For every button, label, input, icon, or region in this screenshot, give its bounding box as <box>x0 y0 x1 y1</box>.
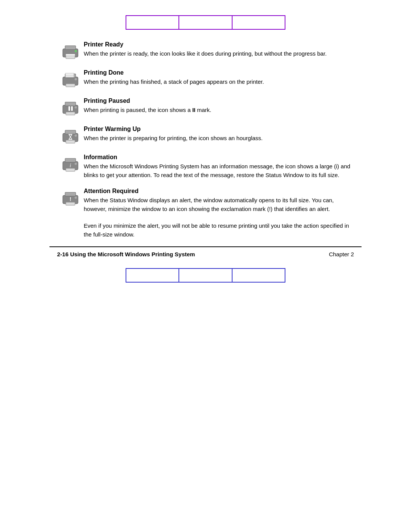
printer-paused-icon <box>57 97 84 117</box>
printer-info-icon: i <box>57 154 84 174</box>
nav-bottom-btn-3[interactable] <box>233 269 285 282</box>
printer-ready-text: Printer Ready When the printer is ready,… <box>84 41 354 58</box>
entry-attention-required: ! Attention Required When the Status Win… <box>57 188 354 213</box>
page-container: Printer Ready When the printer is ready,… <box>0 15 411 532</box>
svg-rect-11 <box>66 84 75 87</box>
printer-ready-icon <box>57 41 84 61</box>
nav-top-btn-2[interactable] <box>179 16 232 29</box>
svg-rect-1 <box>65 46 76 50</box>
svg-text:!: ! <box>70 196 72 202</box>
svg-point-12 <box>75 78 77 80</box>
svg-rect-14 <box>65 102 76 106</box>
entry-printer-ready: Printer Ready When the printer is ready,… <box>57 41 354 61</box>
printer-warming-icon <box>57 126 84 145</box>
svg-rect-16 <box>68 106 70 111</box>
nav-top-btn-3[interactable] <box>233 16 285 29</box>
svg-rect-33 <box>66 202 75 205</box>
svg-rect-32 <box>65 192 76 196</box>
printing-paused-body: When printing is paused, the icon shows … <box>84 106 354 115</box>
printing-paused-title: Printing Paused <box>84 97 354 104</box>
entry-printing-done: Printing Done When the printing has fini… <box>57 69 354 89</box>
svg-text:i: i <box>70 163 71 168</box>
entry-printing-paused: Printing Paused When printing is paused,… <box>57 97 354 117</box>
svg-rect-17 <box>71 106 73 111</box>
content-area: Printer Ready When the printer is ready,… <box>49 41 362 239</box>
information-title: Information <box>84 154 354 161</box>
svg-rect-27 <box>65 158 76 162</box>
printer-warming-title: Printer Warming Up <box>84 126 354 133</box>
svg-rect-10 <box>65 73 74 76</box>
printing-paused-text: Printing Paused When printing is paused,… <box>84 97 354 115</box>
printer-done-icon <box>57 69 84 89</box>
attention-required-text: Attention Required When the Status Windo… <box>84 188 354 213</box>
svg-rect-21 <box>66 140 75 143</box>
printer-warming-text: Printer Warming Up When the printer is p… <box>84 126 354 143</box>
nav-bottom-btn-1[interactable] <box>126 269 179 282</box>
nav-bar-bottom <box>126 268 285 283</box>
svg-point-18 <box>75 106 77 109</box>
svg-rect-20 <box>65 130 76 134</box>
svg-rect-4 <box>66 54 75 55</box>
attention-required-title: Attention Required <box>84 188 354 195</box>
entry-printer-warming: Printer Warming Up When the printer is p… <box>57 126 354 145</box>
footer-left-text: 2-16 Using the Microsoft Windows Printin… <box>57 251 195 257</box>
svg-rect-28 <box>66 168 75 171</box>
information-text: Information When the Microsoft Windows P… <box>84 154 354 179</box>
svg-point-30 <box>75 163 77 165</box>
nav-bar-top <box>126 15 285 30</box>
printing-done-body: When the printing has finished, a stack … <box>84 78 354 86</box>
attention-required-body: When the Status Window displays an alert… <box>84 196 354 213</box>
footer-right-text: Chapter 2 <box>329 251 354 257</box>
extra-paragraph: Even if you minimize the alert, you will… <box>84 222 354 239</box>
svg-rect-15 <box>66 112 75 115</box>
printer-attention-icon: ! <box>57 188 84 208</box>
printer-ready-title: Printer Ready <box>84 41 354 48</box>
svg-point-35 <box>75 197 77 199</box>
printer-ready-body: When the printer is ready, the icon look… <box>84 50 354 58</box>
nav-bottom-btn-2[interactable] <box>179 269 232 282</box>
entry-information: i Information When the Microsoft Windows… <box>57 154 354 179</box>
printing-done-title: Printing Done <box>84 69 354 76</box>
svg-point-5 <box>75 50 77 52</box>
information-body: When the Microsoft Windows Printing Syst… <box>84 162 354 179</box>
printing-done-text: Printing Done When the printing has fini… <box>84 69 354 86</box>
printer-warming-body: When the printer is preparing for printi… <box>84 134 354 143</box>
footer-bar: 2-16 Using the Microsoft Windows Printin… <box>49 246 362 261</box>
nav-top-btn-1[interactable] <box>126 16 179 29</box>
svg-point-25 <box>75 134 77 137</box>
